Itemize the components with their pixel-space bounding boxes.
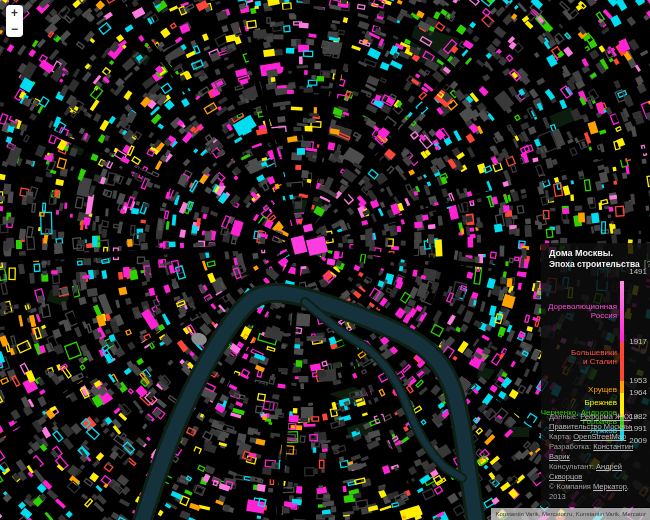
legend-credit-line: Карта: OpenStreetMap bbox=[549, 432, 647, 442]
legend-credit-line: Данные: Реформа ЖКХ и bbox=[549, 412, 647, 422]
legend-era-label: Брежнев bbox=[584, 399, 617, 408]
legend-credit-link[interactable]: Меркатор bbox=[593, 482, 627, 491]
legend-credit-line: © Компания Меркатор, 2013 bbox=[549, 482, 647, 502]
legend-panel: Дома Москвы. Эпоха строительства [?] [≡]… bbox=[541, 243, 650, 507]
legend-year-label: 1917 bbox=[629, 338, 647, 346]
legend-credit-link[interactable]: Реформа ЖКХ bbox=[580, 412, 631, 421]
legend-credit-text: Данные: bbox=[549, 412, 580, 421]
legend-year-label: 1491 bbox=[629, 268, 647, 276]
legend-credit-link[interactable]: OpenStreetMap bbox=[573, 432, 626, 441]
legend-credit-line: Правительство Москвы bbox=[549, 422, 647, 432]
legend-era-label: ДореволюционнаяРоссия bbox=[548, 303, 617, 320]
legend-credit-text: Разработка: bbox=[549, 442, 593, 451]
legend-credit-line: Консультант: Андрей Скворцов bbox=[549, 462, 647, 482]
legend-era-label: Хрущев bbox=[588, 386, 617, 395]
zoom-control: + − bbox=[6, 5, 23, 37]
zoom-in-button[interactable]: + bbox=[6, 5, 23, 21]
legend-credit-text: Карта: bbox=[549, 432, 573, 441]
legend-bar-segment bbox=[620, 281, 624, 342]
legend-title: Дома Москвы. bbox=[549, 248, 613, 258]
legend-credit-line: Разработка: Константин Варик bbox=[549, 442, 647, 462]
map-application: + − Дома Москвы. Эпоха строительства [?]… bbox=[0, 0, 650, 520]
legend-era-label: Большевикии Сталин bbox=[571, 349, 617, 366]
legend-credit-text: Консультант: bbox=[549, 462, 596, 471]
map-attribution-bar: Konstantin Varik, Mercator.ru, Konstanti… bbox=[491, 508, 650, 520]
legend-credit-link[interactable]: Правительство Москвы bbox=[549, 422, 631, 431]
legend-bar-segment bbox=[620, 342, 624, 381]
legend-bar-segment bbox=[620, 381, 624, 393]
legend-credit-text: и bbox=[631, 412, 637, 421]
legend-year-label: 1953 bbox=[629, 377, 647, 385]
legend-credits: Данные: Реформа ЖКХ иПравительство Москв… bbox=[549, 412, 647, 502]
legend-credit-text: © Компания bbox=[549, 482, 593, 491]
legend-year-label: 1964 bbox=[629, 389, 647, 397]
zoom-out-button[interactable]: − bbox=[6, 21, 23, 37]
legend-subtitle-text: Эпоха строительства bbox=[549, 259, 640, 269]
